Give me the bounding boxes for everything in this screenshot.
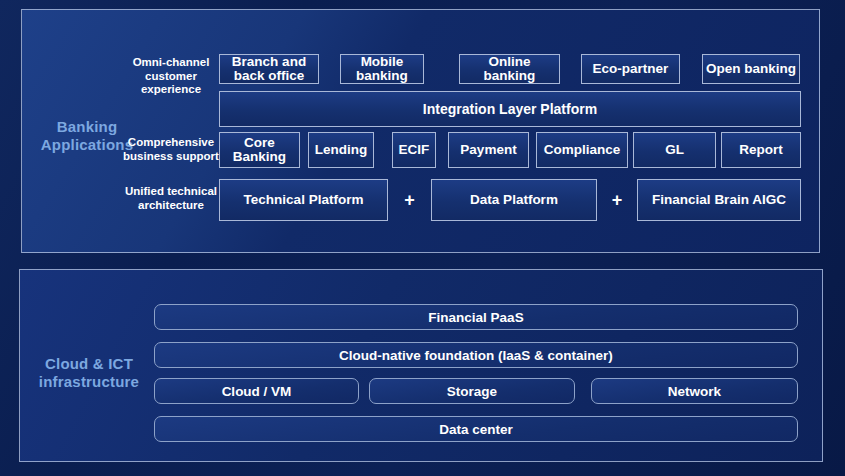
box-eco-partner: Eco-partner [581,54,680,84]
box-gl: GL [633,132,716,168]
box-payment: Payment [448,132,529,168]
panel-title-cloud-ict: Cloud & ICT infrastructure [34,355,144,390]
box-core-banking: Core Banking [219,132,300,168]
banking-applications-panel: Banking Applications Omni-channel custom… [21,9,820,253]
plus-sign: + [597,179,637,221]
box-network: Network [591,378,798,404]
box-storage: Storage [369,378,575,404]
row-label-omni-channel: Omni-channel customer experience [126,56,216,97]
box-data-center: Data center [154,416,798,442]
box-financial-paas: Financial PaaS [154,304,798,330]
row-label-technical-architecture: Unified technical architecture [121,185,221,212]
cloud-ict-panel: Cloud & ICT infrastructure Financial Paa… [19,269,823,462]
box-ecif: ECIF [392,132,436,168]
box-compliance: Compliance [536,132,628,168]
box-technical-platform: Technical Platform [219,179,388,221]
box-cloud-vm: Cloud / VM [154,378,359,404]
tech-row: Technical Platform + Data Platform + Fin… [219,179,801,221]
box-data-platform: Data Platform [431,179,597,221]
row-label-business-support: Comprehensive business support [121,136,221,163]
box-cloud-native-foundation: Cloud-native foundation (IaaS & containe… [154,342,798,368]
box-online-banking: Online banking [459,54,560,84]
box-financial-brain-aigc: Financial Brain AIGC [637,179,801,221]
box-mobile-banking: Mobile banking [340,54,424,84]
box-report: Report [721,132,801,168]
box-branch-and-back-office: Branch and back office [219,54,319,84]
plus-sign: + [388,179,431,221]
box-lending: Lending [308,132,374,168]
box-open-banking: Open banking [702,54,800,84]
business-row: Core Banking Lending ECIF Payment Compli… [219,132,801,168]
channel-row: Branch and back office Mobile banking On… [219,54,800,84]
architecture-diagram: Banking Applications Omni-channel custom… [0,0,845,476]
box-integration-layer-platform: Integration Layer Platform [219,91,801,127]
